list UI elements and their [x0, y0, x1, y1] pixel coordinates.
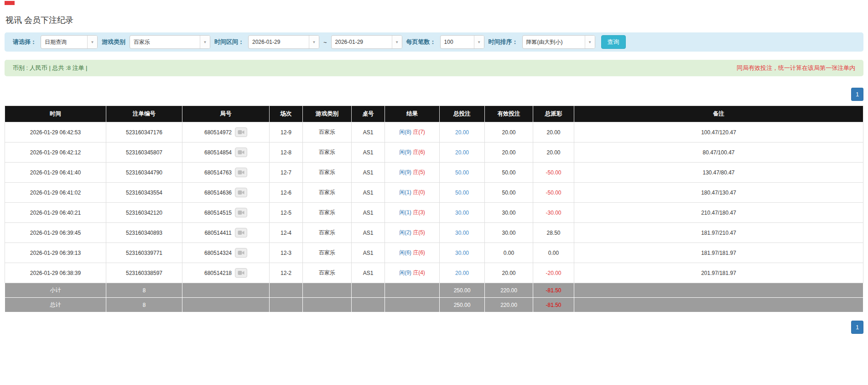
chevron-down-icon[interactable]: ▼: [474, 36, 484, 48]
bet-records-table: 时间注单编号局号场次游戏类别桌号结果总投注有效投注总派彩备注 2026-01-2…: [5, 105, 863, 312]
cell-round: 680514636: [182, 183, 270, 203]
sort-order-dropdown[interactable]: 降冪(由大到小) ▼: [522, 35, 595, 49]
search-button[interactable]: 查询: [601, 35, 626, 49]
cell-time: 2026-01-29 06:42:12: [5, 142, 106, 163]
total-bet-link[interactable]: 50.00: [455, 169, 469, 176]
cell-note: 180.47/130.47: [574, 183, 863, 203]
game-category-value: 百家乐: [130, 36, 200, 48]
column-header: 有效投注: [485, 106, 533, 122]
page-1-button[interactable]: 1: [851, 88, 863, 101]
cell-bet-id: 523160344790: [106, 163, 182, 183]
result-banker: 庄(5): [413, 169, 425, 175]
game-category-dropdown[interactable]: 百家乐 ▼: [130, 35, 210, 49]
select-type-dropdown[interactable]: 日期查询 ▼: [41, 35, 98, 49]
chevron-down-icon[interactable]: ▼: [309, 36, 319, 48]
total-bet-link[interactable]: 30.00: [455, 230, 469, 236]
per-page-dropdown[interactable]: 100 ▼: [440, 35, 484, 49]
date-from-dropdown[interactable]: 2026-01-29 ▼: [248, 35, 319, 49]
cell-round: 680514972: [182, 122, 270, 142]
summary-bar: 币别 : 人民币 | 总共 :8 注单 | 同局有效投注，统一计算在该局第一张注…: [5, 60, 863, 76]
cell-valid-bet: 220.00: [485, 298, 533, 312]
cell-empty: [352, 298, 385, 312]
round-number: 680514515: [204, 210, 232, 216]
cell-label: 小计: [5, 283, 106, 298]
payout-value: -81.50: [546, 302, 561, 308]
round-number: 680514972: [204, 129, 232, 136]
result-player: 闲(8): [399, 129, 411, 135]
round-number: 680514763: [204, 169, 232, 176]
cell-empty: [303, 298, 352, 312]
cell-note: 80.47/100.47: [574, 142, 863, 163]
cell-empty: [303, 283, 352, 298]
cell-table: AS1: [352, 243, 385, 263]
cell-total-bet: 30.00: [440, 203, 485, 223]
total-bet-link[interactable]: 20.00: [455, 149, 469, 156]
date-from-value: 2026-01-29: [249, 36, 309, 48]
page-title: 视讯 会员下注纪录: [5, 15, 863, 26]
video-replay-button[interactable]: [235, 228, 247, 237]
chevron-down-icon[interactable]: ▼: [585, 36, 595, 48]
chevron-down-icon[interactable]: ▼: [87, 36, 97, 48]
page-1-button[interactable]: 1: [851, 321, 863, 334]
cell-table: AS1: [352, 203, 385, 223]
cell-result: 闲(9) 庄(4): [385, 263, 440, 283]
payout-value: 28.50: [546, 230, 560, 236]
cell-result: 闲(9) 庄(5): [385, 163, 440, 183]
table-row: 2026-01-29 06:39:13 523160339771 6805143…: [5, 243, 863, 263]
cell-total-bet: 250.00: [440, 298, 485, 312]
column-header: 注单编号: [106, 106, 182, 122]
column-header: 时间: [5, 106, 106, 122]
total-bet-link[interactable]: 20.00: [455, 129, 469, 136]
video-replay-button[interactable]: [235, 248, 247, 258]
table-row: 2026-01-29 06:39:45 523160340893 6805144…: [5, 223, 863, 243]
cell-valid-bet: 50.00: [485, 183, 533, 203]
cell-note: 210.47/180.47: [574, 203, 863, 223]
cell-table: AS1: [352, 223, 385, 243]
cell-result: 闲(1) 庄(3): [385, 203, 440, 223]
cell-total-bet: 20.00: [440, 122, 485, 142]
cell-result: 闲(1) 庄(0): [385, 183, 440, 203]
result-banker: 庄(6): [413, 249, 425, 256]
result-banker: 庄(0): [413, 189, 425, 195]
chevron-down-icon[interactable]: ▼: [392, 36, 402, 48]
total-bet-link[interactable]: 50.00: [455, 190, 469, 196]
cell-session: 12-9: [270, 122, 303, 142]
cell-valid-bet: 30.00: [485, 223, 533, 243]
cell-payout: -50.00: [533, 183, 574, 203]
video-replay-button[interactable]: [235, 148, 247, 157]
cell-bet-id: 523160340893: [106, 223, 182, 243]
column-header: 场次: [270, 106, 303, 122]
total-bet-link[interactable]: 30.00: [455, 250, 469, 256]
date-to-dropdown[interactable]: 2026-01-29 ▼: [331, 35, 402, 49]
video-replay-button[interactable]: [235, 127, 247, 137]
column-header: 总派彩: [533, 106, 574, 122]
total-bet-link[interactable]: 30.00: [455, 210, 469, 216]
video-replay-button[interactable]: [235, 208, 247, 217]
time-range-label: 时间区间：: [214, 38, 244, 46]
column-header: 游戏类别: [303, 106, 352, 122]
column-header: 局号: [182, 106, 270, 122]
column-header: 备注: [574, 106, 863, 122]
sort-order-value: 降冪(由大到小): [523, 36, 585, 48]
payout-value: -30.00: [546, 210, 561, 216]
video-replay-button[interactable]: [235, 188, 247, 197]
video-replay-button[interactable]: [235, 268, 247, 278]
cell-payout: 20.00: [533, 142, 574, 163]
cell-game: 百家乐: [303, 183, 352, 203]
cell-game: 百家乐: [303, 223, 352, 243]
total-bet-link[interactable]: 20.00: [455, 270, 469, 276]
payout-value: -50.00: [546, 190, 561, 196]
video-replay-button[interactable]: [235, 168, 247, 177]
range-separator: ~: [323, 39, 327, 46]
cell-table: AS1: [352, 163, 385, 183]
cell-valid-bet: 50.00: [485, 163, 533, 183]
cell-empty: [182, 298, 270, 312]
video-camera-icon: [238, 150, 244, 155]
cell-session: 12-7: [270, 163, 303, 183]
select-type-label: 请选择：: [13, 38, 36, 46]
chevron-down-icon[interactable]: ▼: [200, 36, 210, 48]
cell-time: 2026-01-29 06:41:40: [5, 163, 106, 183]
cell-time: 2026-01-29 06:39:13: [5, 243, 106, 263]
per-page-value: 100: [441, 36, 474, 48]
cell-valid-bet: 220.00: [485, 283, 533, 298]
